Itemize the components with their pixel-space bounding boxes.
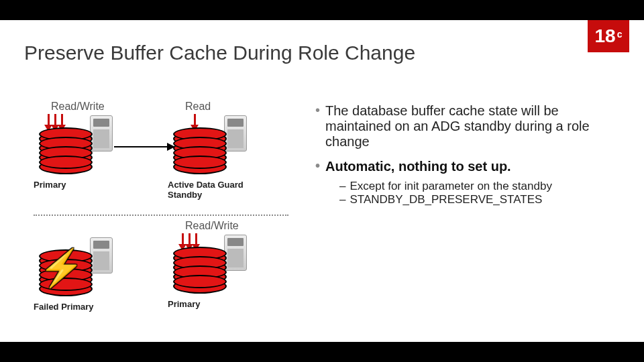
cylinder-stack-icon	[173, 251, 227, 291]
bullet-1-text: The database buffer cache state will be …	[325, 103, 624, 149]
version-badge: 18 c	[588, 20, 629, 52]
bullet-2: • Automatic, nothing to set up.	[315, 159, 624, 174]
db-icon	[34, 115, 127, 176]
primary-top-label: Read/Write	[51, 101, 161, 113]
sub-bullet-1: – Except for init parameter on the stand…	[339, 180, 624, 193]
standby-top-label: Read	[185, 101, 295, 113]
server-icon	[224, 235, 247, 271]
bullet-list: • The database buffer cache state will b…	[315, 103, 624, 206]
bullet-dot-icon: •	[315, 103, 320, 149]
failed-primary-label: Failed Primary	[34, 302, 161, 312]
new-primary-top-label: Read/Write	[185, 220, 295, 232]
new-primary-bottom-label: Primary	[168, 299, 295, 309]
sub-bullet-1-text: Except for init parameter on the standby	[350, 180, 551, 193]
server-icon	[90, 115, 113, 152]
sub-bullet-2: – STANDBY_DB_PRESERVE_STATES	[339, 193, 624, 206]
standby-bottom-label: Active Data Guard Standby	[168, 180, 268, 200]
primary-before: Read/Write Primary	[34, 101, 161, 190]
bottom-band	[0, 342, 644, 362]
sub-bullet-2-text: STANDBY_DB_PRESERVE_STATES	[350, 193, 542, 206]
cylinder-stack-icon	[39, 131, 93, 172]
cylinder-stack-icon	[173, 131, 227, 172]
timeline-divider	[34, 215, 288, 216]
server-icon	[224, 115, 247, 152]
dash-icon: –	[339, 193, 345, 206]
diagram: Read/Write Primary Read	[34, 101, 315, 342]
db-icon	[168, 115, 262, 176]
db-icon	[168, 235, 262, 295]
page-title: Preserve Buffer Cache During Role Change	[24, 42, 415, 64]
bullet-1: • The database buffer cache state will b…	[315, 103, 624, 149]
primary-bottom-label: Primary	[34, 180, 161, 190]
replication-arrow-icon	[114, 146, 174, 147]
standby-before: Read Active Data Guard Standby	[168, 101, 295, 200]
failure-bolt-icon: ⚡	[39, 247, 84, 289]
server-icon	[90, 237, 113, 274]
badge-suffix: c	[617, 29, 623, 39]
db-icon: ⚡	[34, 237, 127, 298]
dash-icon: –	[339, 180, 345, 193]
badge-number: 18	[595, 27, 616, 46]
standby-after: Read/Write Primary	[168, 220, 295, 309]
top-band	[0, 0, 644, 20]
bullet-2-text: Automatic, nothing to set up.	[325, 159, 511, 174]
bullet-dot-icon: •	[315, 159, 320, 174]
slide: 18 c Preserve Buffer Cache During Role C…	[0, 0, 644, 362]
primary-after: ⚡ Failed Primary	[34, 235, 161, 312]
